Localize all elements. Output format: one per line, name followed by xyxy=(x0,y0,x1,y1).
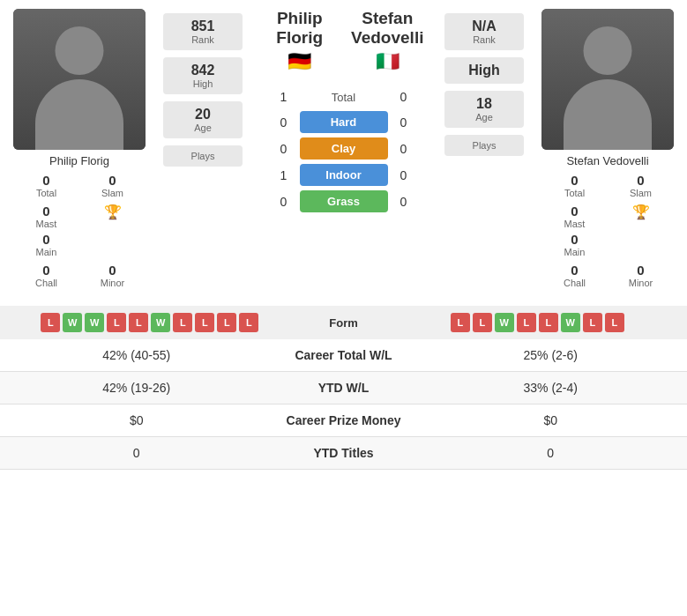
p1-trophy-icon: 🏆 xyxy=(104,204,122,220)
p1-hard: 0 xyxy=(275,115,293,130)
form-badge-w: W xyxy=(85,313,104,332)
form-badge-l: L xyxy=(583,313,602,332)
p2-mast: 0 xyxy=(571,204,578,219)
player2-card: Stefan Vedovelli 0 Total 0 Slam 0 Mast 🏆 xyxy=(537,9,678,288)
p2-age-label: Age xyxy=(453,112,515,122)
p1-indoor: 1 xyxy=(275,168,293,182)
p1-minor: 0 xyxy=(108,263,116,278)
p1-main-label: Main xyxy=(36,247,57,257)
player2-avatar xyxy=(541,9,674,150)
career-total-row: 42% (40-55) Career Total W/L 25% (2-6) xyxy=(0,339,687,372)
titles-row: 0 YTD Titles 0 xyxy=(0,437,687,470)
p2-prize: $0 xyxy=(432,413,670,427)
p2-trophy-icon: 🏆 xyxy=(632,204,650,220)
p2-slam-label: Slam xyxy=(630,188,652,198)
p1-chall-label: Chall xyxy=(35,278,57,288)
form-badge-w: W xyxy=(561,313,580,332)
p2-titles: 0 xyxy=(432,446,670,460)
p2-total: 0 xyxy=(571,173,578,188)
form-badge-l: L xyxy=(107,313,126,332)
p1-chall: 0 xyxy=(42,263,49,278)
p1-rank-box: 851 Rank xyxy=(163,13,243,50)
player1-name: Philip Florig xyxy=(49,154,109,167)
p1-high: 842 xyxy=(172,63,234,78)
p1-total: 0 xyxy=(42,173,49,188)
p2-clay: 0 xyxy=(395,142,413,156)
p2-minor: 0 xyxy=(637,263,644,278)
titles-label: YTD Titles xyxy=(256,446,432,460)
p2-total-surface: 0 xyxy=(395,90,413,104)
p1-age-box: 20 Age xyxy=(163,101,243,138)
indoor-badge: Indoor xyxy=(300,164,388,186)
p1-mast: 0 xyxy=(42,204,49,219)
p2-high: High xyxy=(453,63,515,78)
grass-row: 0 Grass 0 xyxy=(256,190,431,212)
p2-grass: 0 xyxy=(395,195,413,209)
grass-badge: Grass xyxy=(300,190,388,212)
total-label: Total xyxy=(300,91,388,104)
p2-mast-label: Mast xyxy=(564,219,586,229)
p1-total-label: Total xyxy=(36,188,56,198)
p2-hard: 0 xyxy=(395,115,413,130)
p2-high-box: High xyxy=(444,57,524,84)
p2-plays-box: Plays xyxy=(444,135,524,156)
p1-grass: 0 xyxy=(275,195,293,209)
form-badge-l: L xyxy=(473,313,492,332)
player1-info: 851 Rank 842 High 20 Age Plays xyxy=(154,9,251,167)
player1-card: Philip Florig 0 Total 0 Slam 0 Mast 🏆 xyxy=(9,9,150,288)
p2-age: 18 xyxy=(453,96,515,112)
p2-main-label: Main xyxy=(564,247,586,257)
p1-age-label: Age xyxy=(172,122,234,133)
p2-chall-label: Chall xyxy=(564,278,586,288)
p2-rank-label: Rank xyxy=(453,34,515,45)
form-badge-l: L xyxy=(451,313,470,332)
career-total-label: Career Total W/L xyxy=(256,348,432,362)
hard-row: 0 Hard 0 xyxy=(256,111,431,133)
p2-form: LLWLLWLL xyxy=(397,313,679,332)
player1-avatar xyxy=(13,9,146,150)
p1-ytd-wl: 42% (19-26) xyxy=(18,381,256,395)
p1-rank: 851 xyxy=(172,19,234,34)
p1-form: LWWLLWLLLL xyxy=(9,313,291,332)
p1-high-box: 842 High xyxy=(163,57,243,94)
clay-row: 0 Clay 0 xyxy=(256,137,431,160)
p2-minor-label: Minor xyxy=(629,278,653,288)
p1-age: 20 xyxy=(172,107,234,122)
p2-indoor: 0 xyxy=(395,168,413,182)
p2-chall: 0 xyxy=(571,263,578,278)
p1-high-label: High xyxy=(172,78,234,89)
form-badge-l: L xyxy=(539,313,558,332)
ytd-wl-row: 42% (19-26) YTD W/L 33% (2-4) xyxy=(0,372,687,404)
p2-age-box: 18 Age xyxy=(444,91,524,128)
p2-rank-box: N/A Rank xyxy=(444,13,524,50)
form-section: LWWLLWLLLL Form LLWLLWLL xyxy=(0,306,687,339)
form-badge-l: L xyxy=(605,313,624,332)
form-badge-w: W xyxy=(63,313,82,332)
center-panel: Philip Florig 🇩🇪 Stefan Vedovelli 🇮🇹 1 T… xyxy=(256,9,431,217)
p2-rank: N/A xyxy=(453,19,515,34)
p1-slam-label: Slam xyxy=(101,188,123,198)
p1-header-name: Philip Florig xyxy=(256,9,344,48)
indoor-row: 1 Indoor 0 xyxy=(256,164,431,186)
prize-row: $0 Career Prize Money $0 xyxy=(0,404,687,437)
p2-slam: 0 xyxy=(637,173,644,188)
p1-main: 0 xyxy=(42,232,49,247)
surface-section: 1 Total 0 0 Hard 0 0 Clay 0 1 Indoor 0 0 xyxy=(256,85,431,217)
form-badge-l: L xyxy=(517,313,536,332)
hard-badge: Hard xyxy=(300,111,388,133)
p1-clay: 0 xyxy=(275,142,293,156)
total-row: 1 Total 0 xyxy=(256,90,431,104)
ytd-wl-label: YTD W/L xyxy=(256,381,432,395)
p2-career-total: 25% (2-6) xyxy=(432,348,670,362)
form-label: Form xyxy=(291,316,397,330)
form-badge-l: L xyxy=(129,313,148,332)
form-badge-w: W xyxy=(495,313,514,332)
p1-rank-label: Rank xyxy=(172,34,234,45)
player2-name: Stefan Vedovelli xyxy=(566,154,648,167)
p1-total-surface: 1 xyxy=(275,90,293,104)
form-badge-l: L xyxy=(173,313,192,332)
p2-total-label: Total xyxy=(564,188,585,198)
p1-plays-label: Plays xyxy=(172,151,234,161)
p1-prize: $0 xyxy=(18,413,256,427)
clay-badge: Clay xyxy=(300,137,388,160)
